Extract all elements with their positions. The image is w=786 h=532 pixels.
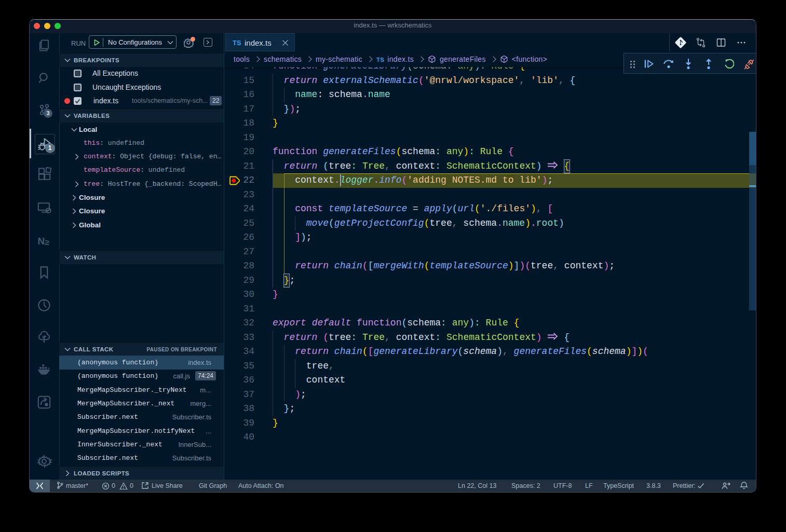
- svg-text:N: N: [38, 236, 45, 247]
- svg-text:≥: ≥: [45, 237, 49, 247]
